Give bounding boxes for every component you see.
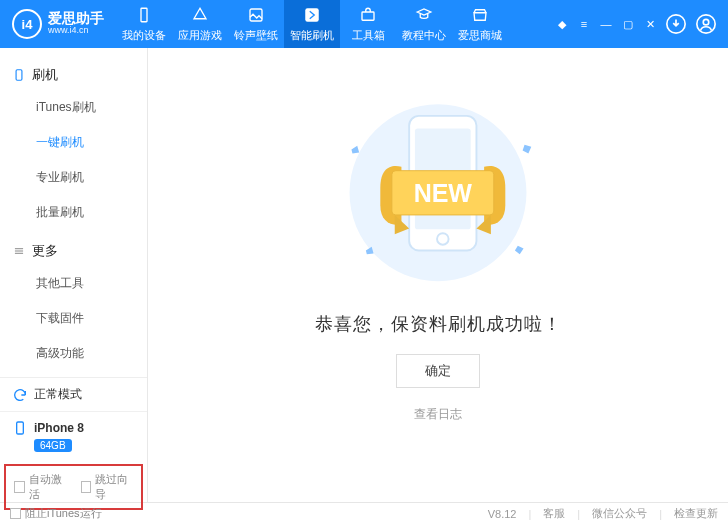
version-label: V8.12 [488,508,517,520]
tab-flash[interactable]: 智能刷机 [284,0,340,48]
sidebar-item-pro-flash[interactable]: 专业刷机 [0,160,147,195]
app-name: 爱思助手 [48,11,104,25]
tab-apps[interactable]: 应用游戏 [172,0,228,48]
sidebar-group-more: 更多 [0,238,147,266]
svg-rect-12 [17,422,24,434]
sidebar: 刷机 iTunes刷机 一键刷机 专业刷机 批量刷机 更多 其他工具 下载固件 … [0,48,148,502]
sidebar-item-batch-flash[interactable]: 批量刷机 [0,195,147,230]
tab-tutorial[interactable]: 教程中心 [396,0,452,48]
minimize-button[interactable]: — [598,16,614,32]
logo-icon: i4 [12,9,42,39]
wallpaper-icon [247,6,265,24]
svg-rect-4 [362,12,374,20]
content-panel: NEW 恭喜您，保资料刷机成功啦！ 确定 查看日志 [148,48,728,502]
toolbox-icon [359,6,377,24]
apps-icon [191,6,209,24]
tab-toolbox[interactable]: 工具箱 [340,0,396,48]
view-log-link[interactable]: 查看日志 [414,406,462,423]
capacity-badge: 64GB [34,439,72,452]
sidebar-item-download-fw[interactable]: 下载固件 [0,301,147,336]
tab-ringtones[interactable]: 铃声壁纸 [228,0,284,48]
tab-store[interactable]: 爱思商城 [452,0,508,48]
device-indicator[interactable]: iPhone 8 64GB [0,411,147,460]
maximize-button[interactable]: ▢ [620,16,636,32]
diamond-icon[interactable]: ◆ [554,16,570,32]
svg-point-6 [697,15,715,33]
new-banner-text: NEW [414,179,473,207]
checkbox-skip-wizard[interactable]: 跳过向导 [81,472,134,502]
status-service[interactable]: 客服 [543,506,565,521]
sidebar-item-other-tools[interactable]: 其他工具 [0,266,147,301]
refresh-icon [12,387,28,403]
sidebar-group-flash: 刷机 [0,62,147,90]
app-logo: i4 爱思助手 www.i4.cn [0,9,116,39]
status-wechat[interactable]: 微信公众号 [592,506,647,521]
menu-icon[interactable]: ≡ [576,16,592,32]
more-icon [12,244,26,258]
tab-my-device[interactable]: 我的设备 [116,0,172,48]
titlebar: i4 爱思助手 www.i4.cn 我的设备 应用游戏 铃声壁纸 智能刷机 工具… [0,0,728,48]
svg-rect-3 [305,8,319,22]
success-message: 恭喜您，保资料刷机成功啦！ [315,312,562,336]
svg-rect-8 [16,70,22,81]
phone-icon [12,68,26,82]
sidebar-item-onekey-flash[interactable]: 一键刷机 [0,125,147,160]
device-icon [135,6,153,24]
close-button[interactable]: ✕ [642,16,658,32]
store-icon [471,6,489,24]
flash-icon [303,6,321,24]
confirm-button[interactable]: 确定 [396,354,480,388]
tutorial-icon [415,6,433,24]
top-tabs: 我的设备 应用游戏 铃声壁纸 智能刷机 工具箱 教程中心 爱思商城 [116,0,508,48]
app-url: www.i4.cn [48,25,104,37]
device-name: iPhone 8 [34,421,84,435]
hero-illustration: NEW [313,88,563,288]
bottom-options: 自动激活 跳过向导 [4,464,143,510]
checkbox-block-itunes[interactable]: 阻止iTunes运行 [10,506,102,521]
sidebar-item-advanced[interactable]: 高级功能 [0,336,147,371]
status-check-update[interactable]: 检查更新 [674,506,718,521]
window-controls: ◆ ≡ — ▢ ✕ [544,12,728,36]
svg-point-7 [703,19,709,25]
mode-indicator[interactable]: 正常模式 [0,378,147,411]
checkbox-auto-activate[interactable]: 自动激活 [14,472,67,502]
sidebar-item-itunes-flash[interactable]: iTunes刷机 [0,90,147,125]
phone-small-icon [12,420,28,436]
download-button[interactable] [664,12,688,36]
svg-rect-0 [141,8,147,22]
user-button[interactable] [694,12,718,36]
